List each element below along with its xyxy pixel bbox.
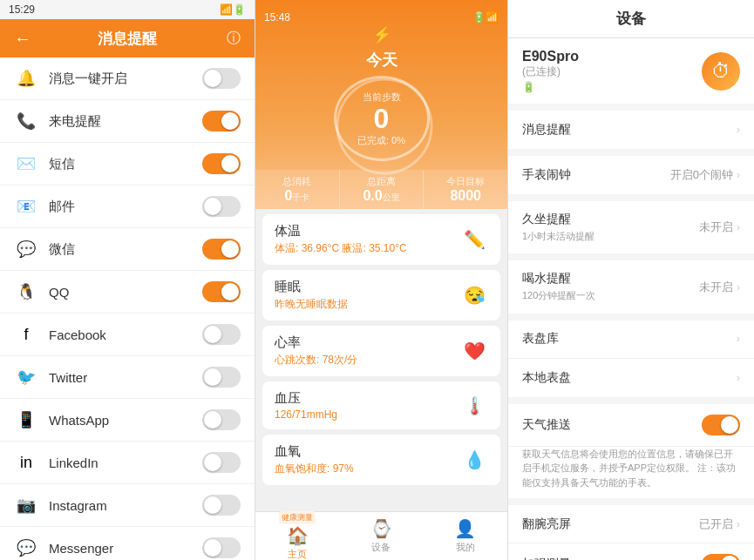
row-toggle-5-0[interactable] xyxy=(702,415,740,435)
notif-item-messenger: 💬 Messenger xyxy=(0,527,255,560)
bottom-nav: 健康测量 🏠 主页 ⌚ 设备 👤 我的 xyxy=(255,511,507,560)
stat-cal-unit: 千卡 xyxy=(292,192,309,202)
health-card-血氧[interactable]: 血氧 血氧饱和度: 97% 💧 xyxy=(262,435,500,485)
instagram-icon: 📷 xyxy=(14,493,38,517)
health-card-心率[interactable]: 心率 心跳次数: 78次/分 ❤️ xyxy=(262,326,500,376)
settings-row-1-0[interactable]: 手表闹钟开启0个闹钟› xyxy=(508,156,754,194)
row-value-1-0: 开启0个闹钟 xyxy=(670,167,733,183)
nav-home[interactable]: 健康测量 🏠 主页 xyxy=(255,508,339,560)
settings-row-3-0[interactable]: 喝水提醒120分钟提醒一次未开启› xyxy=(508,260,754,313)
settings-row-4-1[interactable]: 本地表盘› xyxy=(508,359,754,397)
device-avatar: ⏱ xyxy=(702,52,740,91)
instagram-label: Instagram xyxy=(49,498,202,513)
qq-toggle[interactable] xyxy=(202,281,241,302)
all-icon: 🔔 xyxy=(14,66,38,91)
row-toggle-6-1[interactable] xyxy=(702,554,740,560)
settings-row-6-0[interactable]: 翻腕亮屏已开启› xyxy=(508,505,754,543)
settings-row-0-0[interactable]: 消息提醒› xyxy=(508,111,754,149)
card-title-2: 心率 xyxy=(275,334,460,351)
messenger-icon: 💬 xyxy=(14,536,38,560)
card-content-0: 体温 体温: 36.96°C 腋温: 35.10°C xyxy=(275,223,460,256)
facebook-toggle[interactable] xyxy=(202,324,241,345)
row-value-2-0: 未开启 xyxy=(699,219,733,235)
call-label: 来电提醒 xyxy=(49,113,202,130)
call-toggle[interactable] xyxy=(202,111,241,132)
card-value-4: 血氧饱和度: 97% xyxy=(275,462,460,476)
card-icon-0: ✏️ xyxy=(460,226,488,253)
panel-today: 15:48 🔋📶 ⚡ 今天 当前步数 0 已完成: 0% 总消耗 0千卡 总距离… xyxy=(255,0,508,560)
statusbar-time: 15:29 xyxy=(9,3,35,16)
notif-item-email: 📧 邮件 xyxy=(0,186,255,228)
stat-dist-value: 0.0 xyxy=(363,188,382,203)
wechat-label: 微信 xyxy=(49,241,202,258)
sms-toggle[interactable] xyxy=(202,153,241,174)
stat-cal-label: 总消耗 xyxy=(259,175,336,188)
card-content-4: 血氧 血氧饱和度: 97% xyxy=(275,443,460,476)
row-label-6-1: 加强测量 xyxy=(522,557,702,560)
weather-desc: 获取天气信息将会使用您的位置信息，请确保已开启手机定位服务，并授予APP定位权限… xyxy=(508,447,754,499)
card-title-1: 睡眠 xyxy=(275,279,460,295)
device-info: E90Spro (已连接) 🔋 ⏱ xyxy=(508,38,754,111)
linkedin-label: LinkedIn xyxy=(49,455,202,470)
all-toggle[interactable] xyxy=(202,68,241,89)
card-value-1: 昨晚无睡眠数据 xyxy=(275,297,460,312)
nav-device[interactable]: ⌚ 设备 xyxy=(339,515,423,557)
row-chevron-4-0: › xyxy=(737,333,740,345)
panel3-title: 设备 xyxy=(508,0,754,38)
health-card-睡眠[interactable]: 睡眠 昨晚无睡眠数据 😪 xyxy=(262,270,500,320)
instagram-toggle[interactable] xyxy=(202,495,241,516)
panel2-statusbar: 15:48 🔋📶 xyxy=(255,9,507,25)
nav-profile-label: 我的 xyxy=(456,541,475,554)
row-label-5-0: 天气推送 xyxy=(522,417,702,433)
today-label: 今天 xyxy=(366,50,397,71)
twitter-label: Twitter xyxy=(49,370,202,385)
health-cards: 体温 体温: 36.96°C 腋温: 35.10°C ✏️ 睡眠 昨晚无睡眠数据… xyxy=(255,209,507,511)
back-button[interactable]: ← xyxy=(14,29,31,49)
device-avatar-icon: ⏱ xyxy=(711,60,730,83)
row-label-0-0: 消息提醒 xyxy=(522,122,737,138)
card-title-3: 血压 xyxy=(275,390,460,407)
settings-row-2-0[interactable]: 久坐提醒1小时未活动提醒未开启› xyxy=(508,201,754,253)
notif-item-facebook: f Facebook xyxy=(0,314,255,356)
card-content-2: 心率 心跳次数: 78次/分 xyxy=(275,334,460,368)
wechat-icon: 💬 xyxy=(14,237,38,261)
stat-calories: 总消耗 0千卡 xyxy=(255,170,340,209)
health-card-血压[interactable]: 血压 126/71mmHg 🌡️ xyxy=(262,381,500,429)
qq-label: QQ xyxy=(49,285,202,300)
twitter-toggle[interactable] xyxy=(202,367,241,388)
settings-section-5: 天气推送获取天气信息将会使用您的位置信息，请确保已开启手机定位服务，并授予APP… xyxy=(508,404,754,499)
settings-row-4-0[interactable]: 表盘库› xyxy=(508,320,754,359)
health-card-体温[interactable]: 体温 体温: 36.96°C 腋温: 35.10°C ✏️ xyxy=(262,214,500,265)
email-toggle[interactable] xyxy=(202,196,241,217)
card-title-0: 体温 xyxy=(275,223,460,240)
card-content-3: 血压 126/71mmHg xyxy=(275,390,460,421)
nav-profile[interactable]: 👤 我的 xyxy=(424,515,507,557)
p2-statusbar-icons: 🔋📶 xyxy=(472,11,499,24)
row-chevron-4-1: › xyxy=(737,372,740,384)
sms-icon: ✉️ xyxy=(14,152,38,176)
messenger-toggle[interactable] xyxy=(202,537,241,558)
wechat-toggle[interactable] xyxy=(202,239,241,260)
linkedin-toggle[interactable] xyxy=(202,452,241,473)
settings-section-1: 手表闹钟开启0个闹钟› xyxy=(508,156,754,194)
settings-row-6-1[interactable]: 加强测量 xyxy=(508,543,754,560)
whatsapp-toggle[interactable] xyxy=(202,409,241,430)
stat-goal-label: 今日目标 xyxy=(427,175,504,188)
settings-section-0: 消息提醒› xyxy=(508,111,754,149)
row-label-4-1: 本地表盘 xyxy=(522,370,737,386)
info-button[interactable]: ⓘ xyxy=(227,30,241,48)
svg-point-0 xyxy=(337,79,431,173)
nav-home-icon: 🏠 xyxy=(287,525,309,546)
p2-statusbar-time: 15:48 xyxy=(264,11,290,24)
device-battery: 🔋 xyxy=(522,81,579,93)
facebook-label: Facebook xyxy=(49,327,202,342)
stat-goal-value: 8000 xyxy=(450,188,481,203)
linkedin-icon: in xyxy=(14,450,38,475)
device-status: (已连接) xyxy=(522,64,579,79)
card-icon-4: 💧 xyxy=(460,446,488,474)
settings-section-4: 表盘库› 本地表盘› xyxy=(508,320,754,397)
settings-row-5-0[interactable]: 天气推送 xyxy=(508,404,754,447)
notif-item-linkedin: in LinkedIn xyxy=(0,442,255,484)
stat-cal-value: 0 xyxy=(284,188,292,203)
row-value-3-0: 未开启 xyxy=(699,280,733,295)
